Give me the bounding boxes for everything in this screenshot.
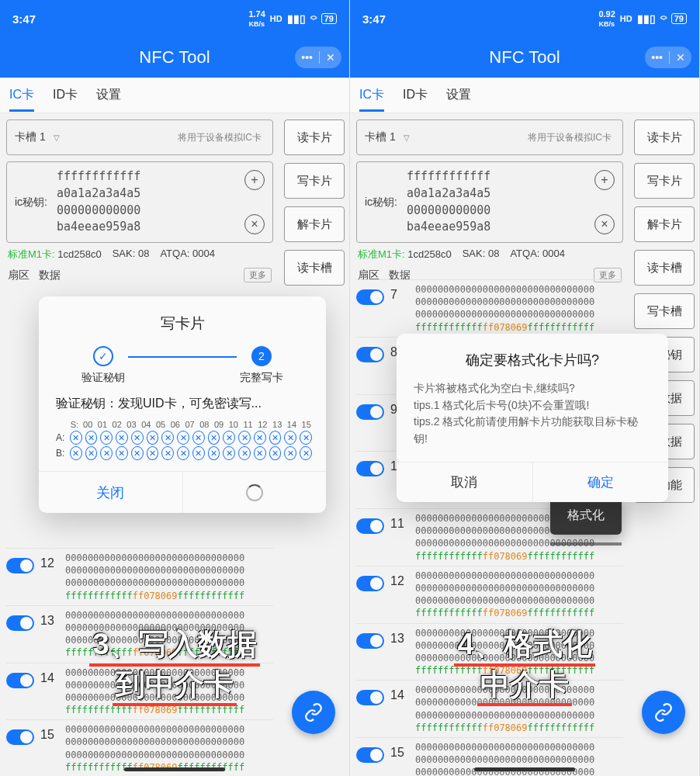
home-indicator	[124, 767, 225, 771]
step-2-icon: 2	[251, 346, 272, 366]
export-button[interactable]: 出数据	[634, 424, 695, 459]
fab-link-button[interactable]	[292, 691, 335, 734]
sector-toggle[interactable]	[356, 633, 384, 649]
sector-hex: 0000000000000000000000000000000000000000…	[415, 341, 594, 391]
key-b-07: ✕	[177, 446, 189, 460]
wait-key-button[interactable]: 等秘钥	[634, 337, 695, 372]
header-actions[interactable]: ••• ✕	[295, 47, 341, 68]
sector-row: 8000000000000000000000000000000000000000…	[356, 337, 623, 394]
sector-hex: 0000000000000000000000000000000000000000…	[65, 609, 244, 660]
key-b-08: ✕	[192, 446, 205, 460]
confirm-button[interactable]: 确定	[533, 462, 669, 502]
link-icon	[653, 702, 674, 722]
sector-row: 1400000000000000000000000000000000000000…	[6, 663, 273, 720]
more-icon[interactable]: •••	[651, 51, 663, 64]
write-card-dialog: 写卡片 ✓ 验证秘钥 2 完整写卡 验证秘钥：发现UID卡，可免密读写... S…	[39, 296, 326, 513]
tab-ic[interactable]: IC卡	[9, 79, 34, 111]
spinner-icon	[246, 484, 263, 501]
sector-toggle[interactable]	[356, 289, 384, 305]
sector-hex: 0000000000000000000000000000000000000000…	[415, 627, 594, 677]
dialog-body: 卡片将被格式化为空白卡,继续吗? tips.1 格式化后卡号(0块)不会重置哦!…	[397, 380, 668, 462]
clear-key-icon[interactable]: ×	[244, 214, 265, 234]
sector-toggle[interactable]	[6, 615, 34, 631]
sector-key-grid: S:00010203040506070809101112131415 A:✕✕✕…	[39, 417, 326, 471]
format-bubble[interactable]: 格式化	[550, 497, 622, 535]
sector-number: 7	[390, 283, 409, 302]
close-icon[interactable]: ✕	[326, 51, 335, 64]
tab-id[interactable]: ID卡	[403, 79, 428, 111]
key-b-13: ✕	[269, 446, 282, 460]
crack-card-button[interactable]: 解卡片	[634, 206, 695, 242]
app-title: NFC Tool	[489, 47, 560, 68]
sector-hex: 0000000000000000000000000000000000000000…	[415, 570, 594, 620]
sector-toggle[interactable]	[6, 729, 34, 745]
add-key-icon[interactable]: +	[594, 170, 615, 190]
header-actions[interactable]: ••• ✕	[645, 47, 691, 68]
fab-link-button[interactable]	[642, 691, 685, 734]
import-button[interactable]: 入数据	[634, 380, 695, 416]
write-card-button[interactable]: 写卡片	[634, 163, 695, 199]
write-card-button[interactable]: 写卡片	[284, 163, 345, 199]
more-button[interactable]: 更多	[594, 268, 622, 282]
step-caption: 4、格式化 中介卡	[350, 626, 699, 706]
key-b-12: ✕	[254, 446, 266, 460]
key-a-01: ✕	[85, 431, 98, 445]
read-slot-button[interactable]: 读卡槽	[634, 250, 695, 286]
sector-list: 7000000000000000000000000000000000000000…	[356, 279, 623, 776]
slot-select[interactable]: 卡槽 1 ▽ 将用于设备模拟IC卡	[6, 120, 273, 155]
cancel-button[interactable]: 取消	[397, 462, 532, 502]
status-bar: 3:47 0.92KB/s HD ▮▮▯ ⌔ 79	[350, 0, 699, 37]
status-bar: 3:47 1.74KB/s HD ▮▮▯ ⌔ 79	[0, 0, 349, 37]
clear-key-icon[interactable]: ×	[594, 214, 615, 234]
key-b-05: ✕	[147, 446, 159, 460]
signal-icon: ▮▮▯	[287, 12, 306, 25]
sector-toggle[interactable]	[356, 347, 384, 362]
sector-hex: 0000000000000000000000000000000000000000…	[65, 552, 244, 602]
sector-toggle[interactable]	[356, 404, 384, 420]
hd-icon: HD	[270, 14, 282, 23]
more-button[interactable]: 更多	[244, 268, 272, 282]
sector-row: 1200000000000000000000000000000000000000…	[356, 566, 623, 623]
sector-hex: 0000000000000000000000000000000000000000…	[65, 723, 244, 774]
dialog-close-button[interactable]: 关闭	[39, 472, 182, 513]
hd-icon: HD	[620, 14, 632, 23]
read-card-button[interactable]: 读卡片	[284, 120, 345, 155]
sector-hex: 0000000000000000000000000000000000000000…	[415, 455, 594, 505]
read-card-button[interactable]: 读卡片	[634, 120, 695, 155]
sector-row: 1300000000000000000000000000000000000000…	[6, 605, 273, 663]
sector-toggle[interactable]	[356, 461, 384, 476]
key-a-15: ✕	[300, 431, 312, 445]
sector-toggle[interactable]	[356, 690, 384, 705]
sector-toggle[interactable]	[6, 673, 34, 688]
sector-toggle[interactable]	[356, 518, 384, 534]
sector-row: 1000000000000000000000000000000000000000…	[356, 451, 623, 508]
tab-bar: IC卡 ID卡 设置	[0, 78, 349, 113]
tab-id[interactable]: ID卡	[53, 79, 78, 111]
read-slot-button[interactable]: 读卡槽	[284, 250, 345, 286]
tab-settings[interactable]: 设置	[446, 79, 471, 111]
sector-toggle[interactable]	[356, 576, 384, 591]
multi-button[interactable]: 多功能	[634, 467, 695, 503]
crack-card-button[interactable]: 解卡片	[284, 206, 345, 242]
key-a-05: ✕	[147, 431, 159, 445]
key-b-10: ✕	[223, 446, 235, 460]
write-slot-button[interactable]: 写卡槽	[634, 293, 695, 329]
sector-toggle[interactable]	[6, 558, 34, 573]
signal-icon: ▮▮▯	[637, 12, 656, 25]
key-b-06: ✕	[161, 446, 174, 460]
more-icon[interactable]: •••	[301, 51, 313, 64]
slot-select[interactable]: 卡槽 1 ▽ 将用于设备模拟IC卡	[356, 120, 623, 155]
close-icon[interactable]: ✕	[676, 51, 685, 64]
tab-settings[interactable]: 设置	[96, 79, 121, 111]
sector-header: 扇区 数据 更多	[356, 266, 623, 287]
tab-ic[interactable]: IC卡	[359, 79, 384, 111]
sector-number: 13	[390, 627, 409, 646]
sector-toggle[interactable]	[356, 747, 384, 763]
add-key-icon[interactable]: +	[244, 170, 265, 190]
screenshot-left: 3:47 1.74KB/s HD ▮▮▯ ⌔ 79 NFC Tool ••• ✕…	[0, 0, 350, 776]
sector-number: 11	[390, 512, 409, 531]
sector-row: 1500000000000000000000000000000000000000…	[6, 719, 273, 776]
card-info: 标准M1卡: 1cd258c0 SAK: 08 ATQA: 0004	[356, 243, 623, 266]
chevron-down-icon: ▽	[54, 133, 60, 142]
key-a-12: ✕	[254, 431, 266, 445]
